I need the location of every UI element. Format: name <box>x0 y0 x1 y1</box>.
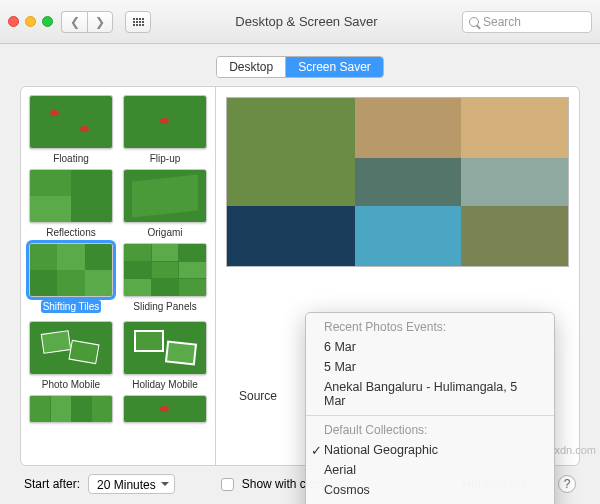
titlebar: ❮ ❯ Desktop & Screen Saver Search <box>0 0 600 44</box>
menu-item-recent-2[interactable]: Anekal Bangaluru - Hulimangala, 5 Mar <box>306 377 554 411</box>
menu-item-recent-1[interactable]: 5 Mar <box>306 357 554 377</box>
close-window-button[interactable] <box>8 16 19 27</box>
search-input[interactable]: Search <box>462 11 592 33</box>
search-icon <box>469 17 479 27</box>
help-button[interactable]: ? <box>558 475 576 493</box>
tab-bar: Desktop Screen Saver <box>0 44 600 86</box>
window-title: Desktop & Screen Saver <box>159 14 454 29</box>
screensaver-holiday-mobile[interactable]: Holiday Mobile <box>121 321 209 391</box>
start-after-select[interactable]: 20 Minutes <box>88 474 175 494</box>
source-menu[interactable]: Recent Photos Events: 6 Mar 5 Mar Anekal… <box>305 312 555 504</box>
preview-image <box>226 97 569 267</box>
screensaver-extra-2[interactable] <box>121 395 209 423</box>
screensaver-list[interactable]: Floating Flip-up Reflections Origami Shi… <box>21 87 216 465</box>
nav-buttons: ❮ ❯ <box>61 11 113 33</box>
screensaver-origami[interactable]: Origami <box>121 169 209 239</box>
window-controls <box>8 16 53 27</box>
menu-header-recent: Recent Photos Events: <box>306 317 554 337</box>
menu-item-aerial[interactable]: Aerial <box>306 460 554 480</box>
screensaver-reflections[interactable]: Reflections <box>27 169 115 239</box>
screensaver-extra-1[interactable] <box>27 395 115 423</box>
screensaver-floating[interactable]: Floating <box>27 95 115 165</box>
tab-screen-saver[interactable]: Screen Saver <box>286 57 383 77</box>
menu-item-nature-patterns[interactable]: Nature Patterns <box>306 500 554 504</box>
screensaver-photo-mobile[interactable]: Photo Mobile <box>27 321 115 391</box>
grid-icon <box>133 18 144 26</box>
show-with-clock-checkbox[interactable] <box>221 478 234 491</box>
screensaver-flip-up[interactable]: Flip-up <box>121 95 209 165</box>
zoom-window-button[interactable] <box>42 16 53 27</box>
forward-button[interactable]: ❯ <box>87 11 113 33</box>
screensaver-sliding-panels[interactable]: Sliding Panels <box>121 243 209 317</box>
back-button[interactable]: ❮ <box>61 11 87 33</box>
menu-item-national-geographic[interactable]: National Geographic <box>306 440 554 460</box>
menu-header-default: Default Collections: <box>306 420 554 440</box>
search-placeholder: Search <box>483 15 521 29</box>
screensaver-shifting-tiles[interactable]: Shifting Tiles <box>27 243 115 317</box>
source-label: Source <box>239 389 277 403</box>
menu-separator <box>306 415 554 416</box>
main-panel: Floating Flip-up Reflections Origami Shi… <box>20 86 580 466</box>
minimize-window-button[interactable] <box>25 16 36 27</box>
show-all-button[interactable] <box>125 11 151 33</box>
menu-item-recent-0[interactable]: 6 Mar <box>306 337 554 357</box>
tab-desktop[interactable]: Desktop <box>217 57 286 77</box>
menu-item-cosmos[interactable]: Cosmos <box>306 480 554 500</box>
start-after-label: Start after: <box>24 477 80 491</box>
